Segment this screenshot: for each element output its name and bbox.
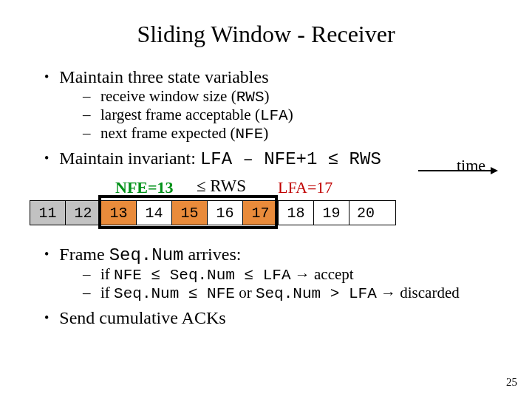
sub-3b-pre: if [100,284,114,301]
cell: 18 [279,201,314,225]
cell: 13 [101,201,137,225]
bullet-3-post: arrives: [183,245,241,264]
bullet-dot: • [44,311,49,324]
cell: 15 [172,201,208,225]
sub-1c-code: NFE [235,126,263,143]
sub-3a-code: NFE ≤ Seq.Num ≤ LFA [114,267,290,284]
lfa-label: LFA=17 [278,178,332,197]
cell-row: 11 12 13 14 15 16 17 18 19 20 [30,200,396,225]
bullet-dot: • [44,70,49,83]
sub-3b-post: discarded [400,284,459,301]
bullet-2-code: LFA – NFE+1 ≤ RWS [200,149,381,169]
bullet-2: • Maintain invariant: LFA – NFE+1 ≤ RWS [44,149,510,169]
cell: 17 [243,201,279,225]
dash: – [83,124,93,143]
bullet-1-text: Maintain three state variables [59,67,268,87]
cell: 20 [349,201,395,225]
bullet-3-pre: Frame [59,245,109,264]
sub-1a-post: ) [264,87,269,105]
arrow-icon: → [377,284,400,301]
bullet-dot: • [44,151,49,165]
bullet-2-pre: Maintain invariant: [59,149,200,168]
sub-1a: – receive window size (RWS) [83,87,510,106]
slide-body: • Maintain three state variables – recei… [0,67,532,328]
arrow-icon: → [291,265,315,283]
sub-1a-pre: receive window size ( [100,87,236,105]
bullet-3-code: Seq.Num [109,245,184,265]
sub-1c: – next frame expected (NFE) [83,124,510,143]
sub-3a-post: accept [314,265,354,283]
dash: – [83,106,93,124]
sub-3b: – if Seq.Num ≤ NFE or Seq.Num > LFA → di… [83,284,510,302]
sub-1c-pre: next frame expected ( [100,124,235,142]
bullet-4-text: Send cumulative ACKs [59,308,225,328]
page-number: 25 [506,376,517,389]
bullet-dot: • [44,248,49,261]
sub-1c-post: ) [263,124,268,142]
bullet-1: • Maintain three state variables [44,67,510,87]
rws-label: ≤ RWS [197,177,246,196]
sub-1b-post: ) [288,106,293,123]
sub-3b-code1: Seq.Num ≤ NFE [114,285,235,302]
sub-1b: – largest frame acceptable (LFA) [83,106,510,124]
sub-1a-code: RWS [236,89,265,106]
cell: 14 [137,201,172,225]
dash: – [83,87,93,106]
sub-3a: – if NFE ≤ Seq.Num ≤ LFA → accept [83,265,510,284]
cell: 19 [314,201,349,225]
bullet-4: • Send cumulative ACKs [44,308,510,328]
sub-3b-code2: Seq.Num > LFA [256,285,377,302]
slide-title: Sliding Window - Receiver [0,0,532,61]
dash: – [83,265,93,284]
dash: – [83,284,93,302]
time-label: time [457,156,485,175]
sub-1b-code: LFA [260,107,288,124]
sub-1b-pre: largest frame acceptable ( [100,106,260,123]
cell: 12 [66,201,101,225]
sub-3a-pre: if [100,265,114,283]
sub-3b-or: or [235,284,256,301]
nfe-label: NFE=13 [115,178,174,197]
window-diagram: NFE=13 ≤ RWS LFA=17 time 11 12 13 14 15 … [15,174,510,245]
cell: 11 [30,201,66,225]
bullet-3: • Frame Seq.Num arrives: [44,245,510,265]
cell: 16 [208,201,243,225]
